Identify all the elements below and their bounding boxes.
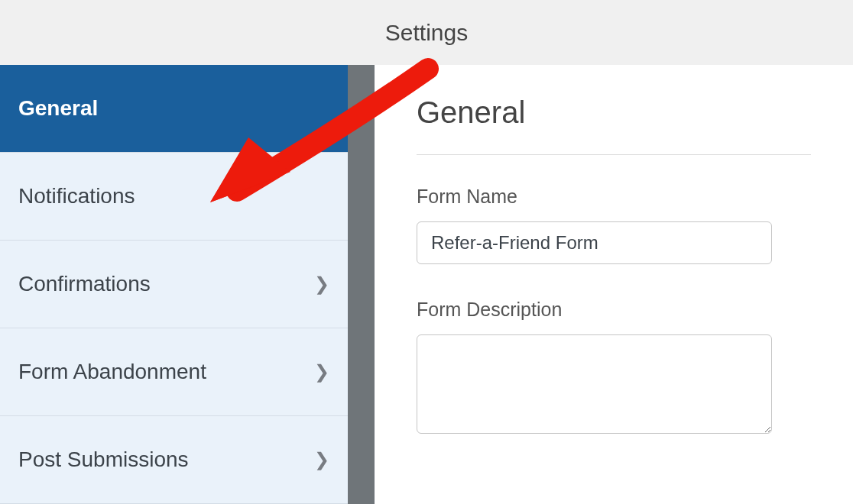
- panel-divider: [348, 65, 375, 504]
- sidebar-item-confirmations[interactable]: Confirmations ❯: [0, 241, 348, 328]
- sidebar: General Notifications Confirmations ❯ Fo…: [0, 65, 348, 504]
- layout: General Notifications Confirmations ❯ Fo…: [0, 65, 853, 504]
- page-title: Settings: [385, 20, 468, 46]
- sidebar-item-label: Post Submissions: [18, 447, 189, 472]
- sidebar-item-notifications[interactable]: Notifications: [0, 153, 348, 241]
- divider: [417, 154, 811, 155]
- sidebar-item-post-submissions[interactable]: Post Submissions ❯: [0, 416, 348, 504]
- chevron-right-icon: ❯: [314, 273, 329, 295]
- content-title: General: [417, 95, 811, 130]
- form-name-label: Form Name: [417, 186, 811, 208]
- chevron-right-icon: ❯: [314, 361, 329, 383]
- form-description-input[interactable]: [417, 334, 772, 434]
- chevron-right-icon: ❯: [314, 449, 329, 470]
- sidebar-item-general[interactable]: General: [0, 65, 348, 153]
- sidebar-item-label: Notifications: [18, 184, 135, 208]
- sidebar-item-label: General: [18, 96, 98, 121]
- sidebar-item-label: Confirmations: [18, 272, 151, 296]
- form-description-group: Form Description: [417, 299, 811, 437]
- form-description-label: Form Description: [417, 299, 811, 321]
- sidebar-item-label: Form Abandonment: [18, 360, 206, 384]
- form-name-input[interactable]: [417, 221, 772, 264]
- form-name-group: Form Name: [417, 186, 811, 264]
- sidebar-item-form-abandonment[interactable]: Form Abandonment ❯: [0, 328, 348, 416]
- header: Settings: [0, 0, 853, 65]
- content-panel: General Form Name Form Description: [375, 65, 853, 504]
